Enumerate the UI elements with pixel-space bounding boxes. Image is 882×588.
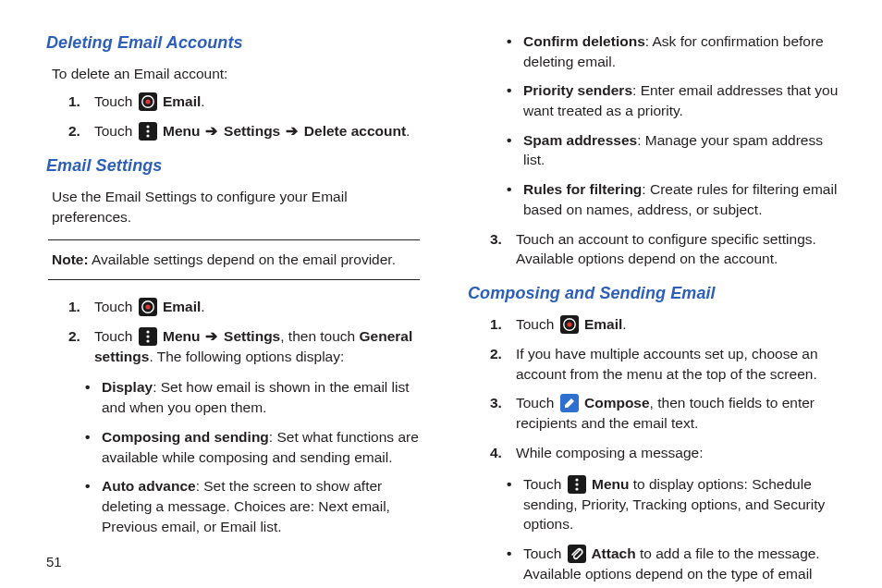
label-menu: Menu — [588, 476, 630, 492]
step-3: 3. Touch Compose, then touch fields to e… — [490, 393, 843, 434]
menu-icon — [139, 327, 157, 346]
opt-display: Display: Set how email is shown in the e… — [85, 377, 422, 417]
email-icon — [139, 92, 157, 111]
step-number: 2. — [490, 344, 502, 364]
settings-intro: Use the Email Settings to configure your… — [52, 187, 422, 227]
general-settings-options-continued: Confirm deletions: Ask for confirmation … — [507, 31, 843, 220]
text: Touch — [516, 316, 558, 332]
general-settings-options: Display: Set how email is shown in the e… — [85, 377, 422, 536]
step-2: 2. Touch Menu ➔ Settings, then touch Gen… — [68, 326, 422, 367]
note-label: Note: — [52, 251, 89, 267]
text: . — [406, 123, 410, 139]
step-number: 1. — [490, 314, 502, 335]
text: If you have multiple accounts set up, ch… — [516, 346, 818, 382]
label-settings: Settings — [220, 123, 285, 139]
note-text: Available settings depend on the email p… — [89, 251, 396, 267]
label-delete-account: Delete account — [300, 123, 407, 139]
text: Touch — [94, 93, 137, 109]
step-number: 3. — [490, 229, 502, 250]
menu-icon — [139, 122, 157, 141]
opt-composing-and-sending: Composing and sending: Set what function… — [85, 427, 422, 467]
email-icon — [560, 315, 579, 334]
step-number: 3. — [490, 393, 502, 413]
opt-confirm-deletions: Confirm deletions: Ask for confirmation … — [507, 31, 843, 71]
opt-title: Spam addresses — [523, 132, 637, 148]
arrow-icon: ➔ — [205, 123, 217, 139]
menu-icon — [568, 475, 586, 494]
settings-steps: 1. Touch Email. 2. Touch Menu ➔ Settings… — [68, 297, 422, 367]
left-column: Deleting Email Accounts To delete an Ema… — [46, 31, 422, 588]
delete-intro: To delete an Email account: — [52, 64, 422, 84]
heading-deleting-email-accounts: Deleting Email Accounts — [46, 31, 422, 55]
heading-composing-and-sending-email: Composing and Sending Email — [468, 282, 843, 305]
opt-title: Priority senders — [523, 82, 632, 98]
step-1: 1. Touch Email. — [68, 92, 422, 112]
step-number: 1. — [68, 297, 80, 317]
opt-title: Display — [102, 379, 153, 395]
delete-steps: 1. Touch Email. 2. Touch Menu ➔ Settings… — [68, 92, 422, 141]
text: Touch — [94, 299, 137, 314]
heading-email-settings: Email Settings — [46, 154, 422, 178]
label-email: Email — [159, 299, 202, 314]
note-box: Note: Available settings depend on the e… — [48, 239, 420, 280]
text: Touch — [94, 328, 137, 344]
compose-steps: 1. Touch Email. 2. If you have multiple … — [490, 314, 843, 463]
step-2: 2. Touch Menu ➔ Settings ➔ Delete accoun… — [68, 121, 422, 141]
opt-title: Auto advance — [102, 478, 196, 494]
sub-attach: Touch Attach to add a file to the messag… — [507, 544, 843, 588]
text: . — [622, 316, 626, 332]
text: Touch an account to configure specific s… — [516, 231, 816, 267]
opt-priority-senders: Priority senders: Enter email addresses … — [507, 80, 843, 120]
label-email: Email — [581, 316, 623, 332]
text: . — [201, 299, 204, 314]
email-icon — [139, 298, 157, 316]
opt-spam-addresses: Spam addresses: Manage your spam address… — [507, 130, 843, 170]
step-2: 2. If you have multiple accounts set up,… — [490, 344, 843, 384]
label-attach: Attach — [588, 545, 636, 561]
step-4: 4. While composing a message: — [490, 443, 843, 463]
compose-sub-options: Touch Menu to display options: Schedule … — [507, 474, 843, 588]
arrow-icon: ➔ — [286, 123, 298, 139]
step-number: 4. — [490, 443, 502, 463]
label-compose: Compose — [581, 395, 650, 410]
text: . — [201, 93, 204, 109]
text: Touch — [523, 545, 566, 561]
settings-steps-continued: 3. Touch an account to configure specifi… — [490, 229, 843, 269]
text: Touch — [523, 476, 566, 492]
text: While composing a message: — [516, 445, 703, 460]
step-1: 1. Touch Email. — [68, 297, 422, 317]
label-menu: Menu — [159, 123, 204, 139]
step-number: 2. — [68, 326, 80, 347]
label-menu: Menu — [159, 328, 204, 344]
text: , then touch — [280, 328, 359, 344]
opt-rules-for-filtering: Rules for filtering: Create rules for fi… — [507, 179, 843, 219]
page-number: 51 — [46, 552, 62, 571]
opt-auto-advance: Auto advance: Set the screen to show aft… — [85, 476, 422, 536]
compose-icon — [560, 394, 579, 412]
label-email: Email — [159, 93, 202, 109]
step-number: 2. — [68, 121, 80, 141]
right-column: Confirm deletions: Ask for confirmation … — [468, 31, 843, 588]
text: . The following options display: — [149, 349, 344, 364]
text: Touch — [516, 395, 558, 410]
opt-title: Rules for filtering — [523, 181, 642, 197]
sub-menu: Touch Menu to display options: Schedule … — [507, 474, 843, 534]
step-1: 1. Touch Email. — [490, 314, 843, 335]
text: Touch — [94, 123, 137, 139]
step-number: 1. — [68, 92, 80, 112]
manual-page: Deleting Email Accounts To delete an Ema… — [0, 0, 882, 588]
opt-title: Composing and sending — [102, 429, 269, 445]
label-settings: Settings — [220, 328, 280, 344]
step-3: 3. Touch an account to configure specifi… — [490, 229, 843, 269]
attach-icon — [568, 545, 586, 563]
arrow-icon: ➔ — [205, 328, 217, 344]
opt-title: Confirm deletions — [523, 33, 645, 49]
